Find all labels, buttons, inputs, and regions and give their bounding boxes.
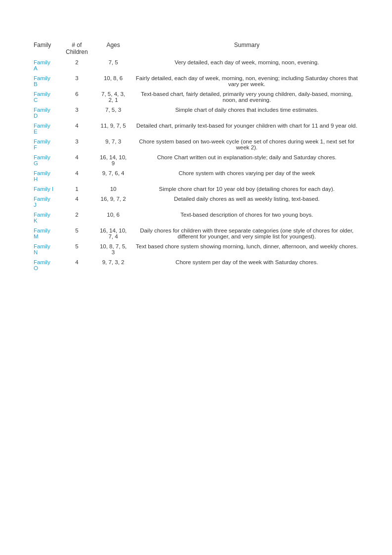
summary: Simple chore chart for 10 year old boy (… [131, 184, 362, 194]
col-header-children: # of Children [58, 40, 95, 57]
children-count: 6 [58, 89, 95, 105]
ages: 16, 9, 7, 2 [95, 194, 131, 210]
children-count: 3 [58, 137, 95, 152]
ages: 10, 8, 7, 5, 3 [95, 241, 131, 257]
children-count: 5 [58, 241, 95, 257]
family-name[interactable]: Family J [30, 194, 58, 210]
children-count: 4 [58, 257, 95, 273]
col-header-family: Family [30, 40, 58, 57]
table-row: Family B310, 8, 6Fairly detailed, each d… [30, 73, 362, 89]
ages: 7, 5, 3 [95, 105, 131, 121]
ages: 10, 8, 6 [95, 73, 131, 89]
table-row: Family C67, 5, 4, 3, 2, 1Text-based char… [30, 89, 362, 105]
summary: Simple chart of daily chores that includ… [131, 105, 362, 121]
family-name[interactable]: Family M [30, 226, 58, 241]
summary: Detailed daily chores as well as weekly … [131, 194, 362, 210]
children-count: 3 [58, 73, 95, 89]
summary: Detailed chart, primarily text-based for… [131, 121, 362, 137]
summary: Chore system with chores varying per day… [131, 168, 362, 184]
table-row: Family I110Simple chore chart for 10 yea… [30, 184, 362, 194]
summary: Text based chore system showing morning,… [131, 241, 362, 257]
children-count: 4 [58, 152, 95, 168]
family-name[interactable]: Family N [30, 241, 58, 257]
family-name[interactable]: Family K [30, 210, 58, 226]
table-row: Family G416, 14, 10, 9Chore Chart writte… [30, 152, 362, 168]
table-row: Family H49, 7, 6, 4Chore system with cho… [30, 168, 362, 184]
family-name[interactable]: Family H [30, 168, 58, 184]
family-name[interactable]: Family D [30, 105, 58, 121]
table-row: Family O49, 7, 3, 2Chore system per day … [30, 257, 362, 273]
ages: 9, 7, 3 [95, 137, 131, 152]
family-name[interactable]: Family F [30, 137, 58, 152]
family-name[interactable]: Family G [30, 152, 58, 168]
table-row: Family D37, 5, 3Simple chart of daily ch… [30, 105, 362, 121]
children-count: 4 [58, 194, 95, 210]
family-name[interactable]: Family B [30, 73, 58, 89]
summary: Daily chores for children with three sep… [131, 226, 362, 241]
table-row: Family J416, 9, 7, 2Detailed daily chore… [30, 194, 362, 210]
family-name[interactable]: Family E [30, 121, 58, 137]
summary: Very detailed, each day of week, morning… [131, 57, 362, 73]
summary: Chore Chart written out in explanation-s… [131, 152, 362, 168]
children-count: 1 [58, 184, 95, 194]
table-row: Family K210, 6Text-based description of … [30, 210, 362, 226]
summary: Text-based chart, fairly detailed, prima… [131, 89, 362, 105]
summary: Chore system based on two-week cycle (on… [131, 137, 362, 152]
children-count: 5 [58, 226, 95, 241]
children-count: 4 [58, 121, 95, 137]
table-row: Family E411, 9, 7, 5Detailed chart, prim… [30, 121, 362, 137]
table-row: Family A27, 5Very detailed, each day of … [30, 57, 362, 73]
ages: 10 [95, 184, 131, 194]
table-row: Family F39, 7, 3Chore system based on tw… [30, 137, 362, 152]
ages: 16, 14, 10, 7, 4 [95, 226, 131, 241]
family-name[interactable]: Family A [30, 57, 58, 73]
summary: Text-based description of chores for two… [131, 210, 362, 226]
ages: 7, 5 [95, 57, 131, 73]
children-count: 2 [58, 210, 95, 226]
table-row: Family N510, 8, 7, 5, 3Text based chore … [30, 241, 362, 257]
col-header-ages: Ages [95, 40, 131, 57]
table-row: Family M516, 14, 10, 7, 4Daily chores fo… [30, 226, 362, 241]
ages: 7, 5, 4, 3, 2, 1 [95, 89, 131, 105]
ages: 9, 7, 6, 4 [95, 168, 131, 184]
chore-chart-table: Family # of Children Ages Summary Family… [30, 40, 362, 273]
ages: 9, 7, 3, 2 [95, 257, 131, 273]
ages: 10, 6 [95, 210, 131, 226]
children-count: 4 [58, 168, 95, 184]
family-name[interactable]: Family I [30, 184, 58, 194]
ages: 11, 9, 7, 5 [95, 121, 131, 137]
family-name[interactable]: Family O [30, 257, 58, 273]
children-count: 3 [58, 105, 95, 121]
summary: Chore system per day of the week with Sa… [131, 257, 362, 273]
col-header-summary: Summary [131, 40, 362, 57]
children-count: 2 [58, 57, 95, 73]
summary: Fairly detailed, each day of week, morni… [131, 73, 362, 89]
family-name[interactable]: Family C [30, 89, 58, 105]
ages: 16, 14, 10, 9 [95, 152, 131, 168]
